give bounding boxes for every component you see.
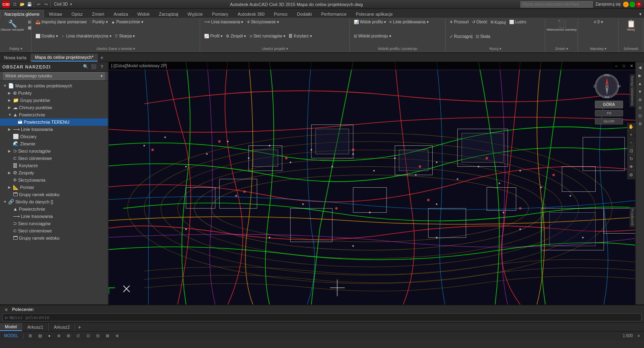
qa-save[interactable]: 💾: [26, 1, 33, 8]
tree-item-sk-linie-tras[interactable]: ⟶ Linie trasowania: [0, 213, 108, 220]
rp-btn2[interactable]: ▶: [636, 72, 644, 79]
ribbon-btn-punkty[interactable]: · Punkty ▾: [89, 19, 109, 25]
tree-item-sk-powierzchnie[interactable]: ▲ Powierzchnie: [0, 205, 108, 213]
panel-search-btn[interactable]: 🔍: [82, 63, 89, 70]
doctab-mapa[interactable]: Mapa do celów projektowych*: [31, 54, 98, 62]
ribbon-btn-powierzchnie[interactable]: ▲ Powierzchnie ▾: [110, 19, 144, 25]
qa-undo[interactable]: ↩: [35, 1, 42, 8]
ribbon-btn-obroc[interactable]: ↺ Obróć: [471, 19, 489, 25]
tree-item-korytarze[interactable]: 🛤 Korytarze: [0, 162, 108, 169]
ribbon-btn-skarpa[interactable]: ▽ Skarpa ▾: [114, 33, 136, 39]
qa-redo[interactable]: ↪: [42, 1, 50, 8]
tab-autodesk360[interactable]: Autodesk 360: [233, 10, 269, 18]
panel-help-btn[interactable]: ?: [98, 63, 105, 70]
cmdbar-close-btn[interactable]: ✕: [2, 306, 10, 313]
tree-item-sk-sieci-ruro[interactable]: ⊃ Sieci rurociągów: [0, 220, 108, 227]
sb-grid-btn[interactable]: ⊞: [27, 334, 33, 338]
vp-pan-tool[interactable]: ✋: [627, 123, 635, 131]
tree-item-powierzchnie[interactable]: ▼ ▲ Powierzchnie: [0, 111, 108, 118]
vp-minimize-btn[interactable]: –: [613, 62, 620, 69]
tree-item-pomiar[interactable]: ▶ 📐 Pomiar: [0, 184, 108, 191]
tree-item-zespoly[interactable]: ▶ ⚙ Zespoły: [0, 169, 108, 176]
ribbon-btn-korytarz[interactable]: 🛤 Korytarz ▾: [287, 33, 313, 39]
sb-3dosnap-btn[interactable]: ∅: [75, 334, 82, 338]
vp-zoom-in-tool[interactable]: +: [627, 131, 635, 139]
compass-top-button[interactable]: GÓRA: [595, 101, 623, 108]
przybornik-label[interactable]: Przybornik: [630, 207, 635, 228]
ribbon-btn-widok-profilu[interactable]: 📊 Widok profilu ▾: [353, 19, 388, 25]
rp-btn3[interactable]: ▲: [636, 80, 644, 87]
qa-open[interactable]: 📂: [19, 1, 26, 8]
ribbon-btn-skrzyzowanie[interactable]: ✛ Skrzyżowanie ▾: [246, 19, 280, 25]
ribbon-btn-wlasciwosci[interactable]: ⬛ Właściwości warstwy: [545, 19, 578, 32]
ribbon-btn-skala[interactable]: ⊡ Skala: [475, 34, 491, 39]
search-input[interactable]: [520, 1, 593, 8]
user-label[interactable]: Zarejestruj się: [595, 2, 621, 6]
tree-item-powierzchnia-terenu[interactable]: 🏔 Powierzchnia TERENU: [0, 118, 108, 126]
tree-item-skroty-root[interactable]: ▼ 🔗 Skróty do danych []: [0, 198, 108, 205]
sb-osnap-btn[interactable]: ⊞: [65, 334, 72, 338]
tree-item-linie-tras[interactable]: ▶ ⟶ Linie trasowania: [0, 126, 108, 133]
sb-otrack-btn[interactable]: ⊡: [85, 334, 91, 338]
ribbon-btn-linia-tras[interactable]: ⟶ Linia trasowania ▾: [203, 19, 244, 25]
tree-item-chmury-punk[interactable]: ▶ ☁ Chmury punktów: [0, 104, 108, 111]
rp-btn8[interactable]: ⚙: [636, 120, 644, 127]
vp-settings-tool[interactable]: ⚙: [627, 171, 635, 179]
vp-zoom-out-tool[interactable]: −: [627, 139, 635, 147]
ribbon-btn-rozciagnij[interactable]: ⤢ Rozciągnij: [448, 34, 474, 39]
panel-layers-btn[interactable]: ⬛: [90, 63, 97, 70]
viewport[interactable]: [-][Góra][Model szkieletowy 2P] – □ ✕: [109, 62, 635, 304]
sb-trans-btn[interactable]: ⊛: [114, 334, 120, 338]
command-input[interactable]: ▷ Wpisz polecenie: [2, 313, 642, 321]
sb-customize-btn[interactable]: ≡: [636, 334, 642, 338]
tab-opisz[interactable]: Opisz: [67, 10, 87, 18]
rp-btn6[interactable]: ⊖: [636, 104, 644, 111]
sb-polar-btn[interactable]: ⊕: [56, 334, 62, 338]
btab-arkusz2[interactable]: Arkusz2: [49, 323, 75, 331]
tab-pomiary[interactable]: Pomiary: [208, 10, 233, 18]
tree-item-sk-sieci-cisn[interactable]: ⊂ Sieci ciśnieniowe: [0, 227, 108, 234]
ribbon-btn-zespol[interactable]: ⚙ Zespół ▾: [225, 33, 247, 39]
doctab-nowa-karta[interactable]: Nowa karta: [0, 54, 31, 62]
btab-arkusz1[interactable]: Arkusz1: [23, 323, 49, 331]
ribbon-btn-kopiuj[interactable]: ⧉ Kopiuj: [489, 19, 507, 25]
vp-orbit-tool[interactable]: ↻: [627, 155, 635, 163]
sb-lw-btn[interactable]: ⊠: [104, 334, 111, 338]
doctab-add-button[interactable]: +: [98, 54, 106, 62]
tab-zmien[interactable]: Zmień: [88, 10, 109, 18]
tree-item-zlewnie[interactable]: 🌊 Zlewnie: [0, 140, 108, 147]
tab-wyjscie[interactable]: Wyjście: [183, 10, 207, 18]
sb-dyn-btn[interactable]: ⊟: [95, 334, 101, 338]
ribbon-btn-lustro[interactable]: ⬜ Lustro: [508, 19, 528, 25]
ribbon-btn-siec-ruro[interactable]: ⊃ Sieć rurociągów ▾: [248, 33, 287, 39]
tab-wstaw[interactable]: Wstaw: [44, 10, 66, 18]
ribbon-btn-przesun[interactable]: ✛ Przesuń: [448, 19, 470, 25]
tree-item-sieci-cisn[interactable]: ⊂ Sieci ciśnieniowe: [0, 155, 108, 162]
tab-narzedzia[interactable]: Narzędzia główne: [0, 10, 44, 18]
tab-performance[interactable]: Performance: [317, 10, 351, 18]
tree-item-punkty[interactable]: ▶ ⊕ Punkty: [0, 89, 108, 97]
ribbon-btn-dzialka[interactable]: ⬜ Działka ▾: [34, 33, 59, 39]
vp-extents-tool[interactable]: ⊡: [627, 147, 635, 155]
ribbon-options[interactable]: ▾: [637, 10, 644, 18]
tree-item-sieci-ruro[interactable]: ▶ ⊃ Sieci rurociągów: [0, 147, 108, 155]
tree-item-sk-grupy-ramek[interactable]: 🗖 Grupy ramek widoku: [0, 234, 108, 242]
tab-analiza[interactable]: Analiza: [109, 10, 132, 18]
ribbon-btn-widok-przekr[interactable]: ⊟ Widoki przekroju ▾: [353, 33, 392, 39]
close-button[interactable]: ✕: [636, 2, 642, 7]
ribbon-btn-linie-prob[interactable]: ≡ Linie próbkowania ▾: [388, 19, 430, 25]
ustawienia-label[interactable]: Ustawienia: [630, 86, 635, 107]
vp-view-tool[interactable]: 👁: [627, 163, 635, 171]
sb-ortho-btn[interactable]: ●: [47, 334, 52, 338]
tree-item-skrzyzowania[interactable]: ✛ Skrzyżowania: [0, 176, 108, 184]
tab-polecane[interactable]: Polecane aplikacje: [351, 10, 397, 18]
btab-model[interactable]: Model: [0, 323, 22, 331]
tree-item-obszary[interactable]: ⬜ Obszary: [0, 133, 108, 140]
sb-snap-btn[interactable]: ▤: [37, 334, 43, 338]
sb-model-btn[interactable]: MODEL: [2, 334, 20, 338]
tab-dodatki[interactable]: Dodatki: [293, 10, 316, 18]
rp-btn1[interactable]: ◀: [636, 64, 644, 71]
minimize-button[interactable]: –: [623, 2, 629, 7]
ribbon-btn-importuj[interactable]: 📥 Importuj dane pomiarowe: [34, 19, 88, 25]
tree-item-grupy-punk[interactable]: ▶ 📁 Grupy punktów: [0, 97, 108, 104]
